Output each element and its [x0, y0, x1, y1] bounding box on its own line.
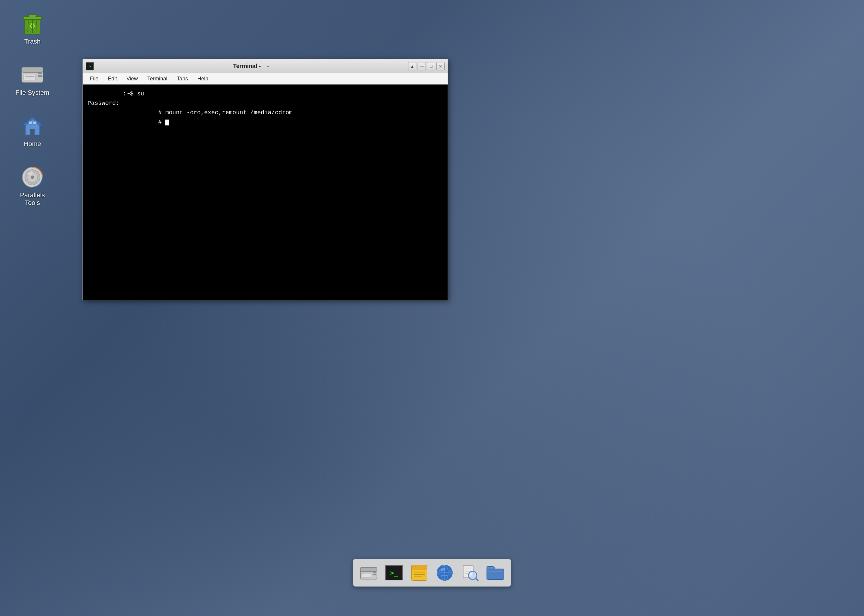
svg-marker-14 [22, 117, 43, 135]
taskbar-folder[interactable] [485, 562, 506, 583]
terminal-body[interactable]: :~$ su Password: # mount -oro,exec,remou… [83, 85, 448, 300]
file-manager-icon [360, 565, 377, 580]
trash-label: Trash [24, 38, 40, 46]
desktop-icon-parallels[interactable]: Parallels Tools [12, 165, 53, 207]
svg-rect-29 [412, 565, 427, 569]
desktop-icon-filesystem[interactable]: File System [12, 63, 53, 97]
window-up-button[interactable]: ▲ [408, 62, 416, 71]
magnifier-icon [462, 564, 479, 581]
terminal-line-2: Password: [88, 99, 443, 108]
home-icon [20, 114, 44, 138]
home-label: Home [24, 140, 41, 148]
taskbar-magnifier[interactable] [459, 562, 481, 583]
filesystem-label: File System [16, 89, 49, 97]
menu-view[interactable]: View [122, 74, 142, 83]
menu-help[interactable]: Help [193, 74, 213, 83]
terminal-line-4: # [88, 118, 443, 127]
svg-line-45 [476, 578, 478, 581]
terminal-line-3: # mount -oro,exec,remount /media/cdrom [88, 108, 443, 118]
svg-rect-26 [374, 574, 376, 575]
terminal-cursor [165, 119, 169, 126]
svg-rect-24 [360, 567, 377, 572]
taskbar-notes[interactable] [409, 562, 430, 583]
svg-point-21 [31, 176, 34, 179]
taskbar: >_ [353, 559, 511, 586]
svg-rect-47 [487, 569, 504, 580]
terminal-window-icon [86, 62, 94, 71]
parallels-label-2: Tools [25, 199, 40, 207]
parallels-icon [20, 165, 44, 189]
taskbar-terminal[interactable]: >_ [383, 562, 405, 583]
svg-rect-10 [38, 75, 43, 77]
notes-icon [411, 564, 427, 581]
desktop-icon-home[interactable]: Home [12, 114, 53, 148]
desktop-icon-trash[interactable]: ♻ Trash [12, 12, 53, 46]
trash-icon: ♻ [20, 12, 44, 35]
menu-edit[interactable]: Edit [104, 74, 121, 83]
browser-icon [436, 564, 453, 581]
svg-rect-3 [29, 15, 36, 17]
filesystem-icon [20, 63, 44, 86]
window-controls: ▲ — □ ✕ [408, 62, 445, 71]
svg-rect-8 [22, 67, 43, 72]
terminal-line-1: :~$ su [88, 89, 443, 99]
window-close-button[interactable]: ✕ [437, 62, 445, 71]
menu-terminal[interactable]: Terminal [143, 74, 172, 83]
svg-rect-17 [33, 121, 36, 124]
folder-icon [486, 565, 505, 581]
terminal-titlebar: Terminal - ~ ▲ — □ ✕ [83, 59, 448, 73]
parallels-label-1: Parallels [20, 192, 45, 199]
svg-rect-25 [374, 572, 376, 573]
svg-rect-16 [29, 121, 32, 124]
terminal-taskbar-icon: >_ [385, 565, 403, 580]
terminal-title: Terminal - ~ [96, 63, 406, 69]
taskbar-file-manager[interactable] [358, 562, 379, 583]
terminal-window: Terminal - ~ ▲ — □ ✕ File Edit View Term… [82, 59, 448, 300]
svg-point-46 [470, 573, 472, 575]
menu-file[interactable]: File [86, 74, 102, 83]
menu-tabs[interactable]: Tabs [173, 74, 192, 83]
svg-rect-11 [24, 74, 35, 81]
taskbar-browser[interactable] [434, 562, 455, 583]
svg-rect-9 [38, 72, 43, 74]
window-minimize-button[interactable]: — [418, 62, 426, 71]
window-maximize-button[interactable]: □ [427, 62, 435, 71]
svg-rect-27 [362, 573, 371, 577]
desktop-icons: ♻ Trash [12, 12, 53, 207]
terminal-menubar: File Edit View Terminal Tabs Help [83, 73, 448, 85]
